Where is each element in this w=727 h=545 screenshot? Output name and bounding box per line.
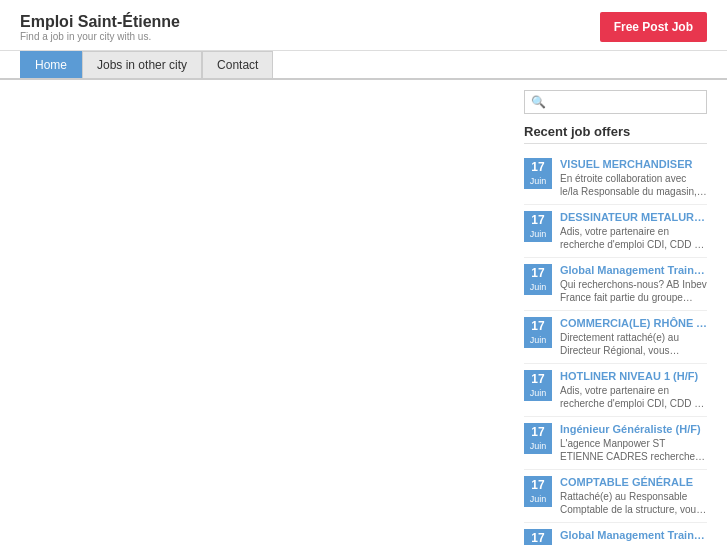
job-info[interactable]: Ingénieur Généraliste (H/F) L'agence Man… — [560, 423, 707, 463]
site-title: Emploi Saint-Étienne — [20, 13, 180, 31]
job-desc: Adis, votre partenaire en recherche d'em… — [560, 225, 707, 251]
left-content — [20, 90, 512, 545]
job-desc: En étroite collaboration avec le/la Resp… — [560, 172, 707, 198]
job-title[interactable]: VISUEL MERCHANDISER — [560, 158, 707, 170]
job-info[interactable]: COMMERCIA(LE) RHÔNE ALPES NORD Directeme… — [560, 317, 707, 357]
job-title[interactable]: HOTLINER NIVEAU 1 (H/F) — [560, 370, 707, 382]
search-input[interactable] — [524, 90, 707, 114]
job-info[interactable]: DESSINATEUR METALURGUE (H/F) Adis, votre… — [560, 211, 707, 251]
job-item: 17 Juin VISUEL MERCHANDISER En étroite c… — [524, 152, 707, 205]
site-subtitle: Find a job in your city with us. — [20, 31, 180, 42]
job-month: Juin — [530, 441, 547, 453]
job-list: 17 Juin VISUEL MERCHANDISER En étroite c… — [524, 152, 707, 545]
job-day: 17 — [531, 319, 544, 335]
job-month: Juin — [530, 176, 547, 188]
job-item: 17 Juin Global Management Trainee Progra… — [524, 523, 707, 545]
right-sidebar: Recent job offers 17 Juin VISUEL MERCHAN… — [512, 90, 707, 545]
nav-item-jobs-other-city[interactable]: Jobs in other city — [82, 51, 202, 78]
site-branding: Emploi Saint-Étienne Find a job in your … — [20, 13, 180, 42]
job-title[interactable]: COMPTABLE GÉNÉRALE — [560, 476, 707, 488]
job-info[interactable]: VISUEL MERCHANDISER En étroite collabora… — [560, 158, 707, 198]
job-day: 17 — [531, 160, 544, 176]
job-desc: Directement rattaché(e) au Directeur Rég… — [560, 331, 707, 357]
nav-item-home[interactable]: Home — [20, 51, 82, 78]
job-info[interactable]: HOTLINER NIVEAU 1 (H/F) Adis, votre part… — [560, 370, 707, 410]
job-title[interactable]: Global Management Trainee Program (Weste… — [560, 529, 707, 541]
job-item: 17 Juin Global Management Trainee Progra… — [524, 258, 707, 311]
job-month: Juin — [530, 494, 547, 506]
job-day: 17 — [531, 478, 544, 494]
job-date: 17 Juin — [524, 476, 552, 507]
job-day: 17 — [531, 372, 544, 388]
job-day: 17 — [531, 213, 544, 229]
job-info[interactable]: Global Management Trainee Program (Weste… — [560, 264, 707, 304]
job-title[interactable]: Ingénieur Généraliste (H/F) — [560, 423, 707, 435]
job-info[interactable]: Global Management Trainee Program (Weste… — [560, 529, 707, 545]
job-item: 17 Juin COMMERCIA(LE) RHÔNE ALPES NORD D… — [524, 311, 707, 364]
job-item: 17 Juin Ingénieur Généraliste (H/F) L'ag… — [524, 417, 707, 470]
job-desc: Qui recherchons-nous? AB Inbev France fa… — [560, 278, 707, 304]
job-desc: Rattaché(e) au Responsable Comptable de … — [560, 490, 707, 516]
job-date: 17 Juin — [524, 529, 552, 545]
job-title[interactable]: COMMERCIA(LE) RHÔNE ALPES NORD — [560, 317, 707, 329]
section-title-recent-jobs: Recent job offers — [524, 124, 707, 144]
job-info[interactable]: COMPTABLE GÉNÉRALE Rattaché(e) au Respon… — [560, 476, 707, 516]
job-title[interactable]: DESSINATEUR METALURGUE (H/F) — [560, 211, 707, 223]
job-desc: Adis, votre partenaire en recherche d'em… — [560, 384, 707, 410]
main-content: Recent job offers 17 Juin VISUEL MERCHAN… — [0, 90, 727, 545]
job-date: 17 Juin — [524, 264, 552, 295]
job-date: 17 Juin — [524, 423, 552, 454]
job-item: 17 Juin HOTLINER NIVEAU 1 (H/F) Adis, vo… — [524, 364, 707, 417]
page-header: Emploi Saint-Étienne Find a job in your … — [0, 0, 727, 51]
job-day: 17 — [531, 266, 544, 282]
job-month: Juin — [530, 335, 547, 347]
free-post-button[interactable]: Free Post Job — [600, 12, 707, 42]
job-item: 17 Juin DESSINATEUR METALURGUE (H/F) Adi… — [524, 205, 707, 258]
main-nav: Home Jobs in other city Contact — [0, 51, 727, 80]
job-date: 17 Juin — [524, 370, 552, 401]
job-month: Juin — [530, 282, 547, 294]
job-month: Juin — [530, 388, 547, 400]
job-desc: L'agence Manpower ST ETIENNE CADRES rech… — [560, 437, 707, 463]
job-item: 17 Juin COMPTABLE GÉNÉRALE Rattaché(e) a… — [524, 470, 707, 523]
job-day: 17 — [531, 425, 544, 441]
job-date: 17 Juin — [524, 211, 552, 242]
job-title[interactable]: Global Management Trainee Program (Weste… — [560, 264, 707, 276]
job-date: 17 Juin — [524, 317, 552, 348]
job-day: 17 — [531, 531, 544, 545]
job-month: Juin — [530, 229, 547, 241]
job-date: 17 Juin — [524, 158, 552, 189]
nav-item-contact[interactable]: Contact — [202, 51, 273, 78]
